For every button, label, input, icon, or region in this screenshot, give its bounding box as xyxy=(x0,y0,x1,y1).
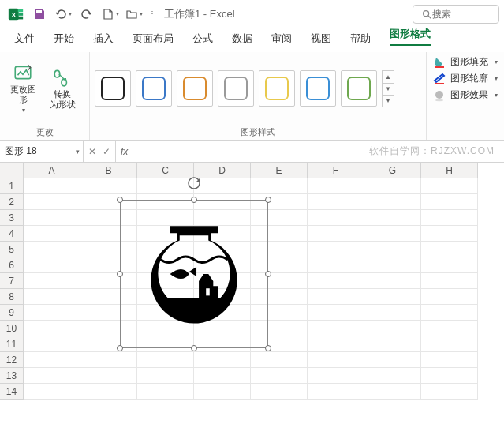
cell[interactable] xyxy=(308,352,364,368)
cell[interactable] xyxy=(80,352,137,368)
spreadsheet-grid[interactable]: A B C D E F G H 1234567891011121314 xyxy=(0,163,504,400)
col-header[interactable]: B xyxy=(80,163,137,178)
cell[interactable] xyxy=(137,178,194,194)
cell[interactable] xyxy=(364,178,421,194)
cell[interactable] xyxy=(308,242,364,257)
name-box-dropdown-icon[interactable]: ▾ xyxy=(76,148,80,156)
cell[interactable] xyxy=(308,289,364,305)
cell[interactable] xyxy=(194,352,251,368)
change-graphic-button[interactable]: 更改图 形 ▾ xyxy=(6,62,39,114)
row-header[interactable]: 10 xyxy=(0,321,24,336)
cell[interactable] xyxy=(251,178,308,194)
new-file-button[interactable]: ▾ xyxy=(99,3,121,25)
resize-handle-b[interactable] xyxy=(191,345,197,351)
cell[interactable] xyxy=(137,368,194,384)
row-header[interactable]: 12 xyxy=(0,352,24,368)
resize-handle-l[interactable] xyxy=(117,271,123,277)
tab-data[interactable]: 数据 xyxy=(222,27,262,52)
style-swatch-2[interactable] xyxy=(177,70,213,107)
style-swatch-6[interactable] xyxy=(341,70,377,107)
cell[interactable] xyxy=(24,257,80,273)
col-header[interactable]: H xyxy=(421,163,478,178)
row-header[interactable]: 7 xyxy=(0,273,24,289)
col-header[interactable]: F xyxy=(308,163,364,178)
cell[interactable] xyxy=(421,336,478,352)
rotate-handle[interactable] xyxy=(187,176,201,190)
tab-layout[interactable]: 页面布局 xyxy=(123,27,183,52)
cell[interactable] xyxy=(308,305,364,321)
cell[interactable] xyxy=(80,384,137,400)
cell[interactable] xyxy=(24,384,80,400)
qat-customize-button[interactable]: ⋮ xyxy=(147,3,158,25)
name-box[interactable]: 图形 18 ▾ xyxy=(0,141,84,162)
cell[interactable] xyxy=(137,384,194,400)
fx-icon[interactable]: fx xyxy=(116,141,133,162)
style-swatch-0[interactable] xyxy=(95,70,131,107)
cell[interactable] xyxy=(364,368,421,384)
cell[interactable] xyxy=(364,242,421,257)
tab-view[interactable]: 视图 xyxy=(301,27,341,52)
cell[interactable] xyxy=(364,321,421,336)
gallery-more-icon[interactable]: ▾ xyxy=(383,95,394,107)
search-input[interactable] xyxy=(432,9,487,20)
col-header[interactable]: D xyxy=(194,163,251,178)
cell[interactable] xyxy=(24,210,80,226)
shape-effects-button[interactable]: 图形效果▾ xyxy=(433,88,498,102)
cell[interactable] xyxy=(308,210,364,226)
cell[interactable] xyxy=(24,242,80,257)
style-swatch-1[interactable] xyxy=(136,70,172,107)
style-swatch-4[interactable] xyxy=(259,70,295,107)
cell[interactable] xyxy=(24,305,80,321)
cell[interactable] xyxy=(251,352,308,368)
cell[interactable] xyxy=(80,178,137,194)
row-header[interactable]: 14 xyxy=(0,384,24,400)
cell[interactable] xyxy=(308,321,364,336)
cell[interactable] xyxy=(24,194,80,210)
cell[interactable] xyxy=(308,257,364,273)
cell[interactable] xyxy=(421,352,478,368)
cell[interactable] xyxy=(421,194,478,210)
cell[interactable] xyxy=(137,352,194,368)
cell[interactable] xyxy=(364,273,421,289)
row-header[interactable]: 11 xyxy=(0,336,24,352)
cell[interactable] xyxy=(364,226,421,242)
cell[interactable] xyxy=(24,352,80,368)
cell[interactable] xyxy=(194,178,251,194)
col-header[interactable]: G xyxy=(364,163,421,178)
cell[interactable] xyxy=(364,289,421,305)
tab-insert[interactable]: 插入 xyxy=(84,27,123,52)
shape-fill-button[interactable]: 图形填充▾ xyxy=(433,55,498,69)
cell[interactable] xyxy=(364,352,421,368)
cell[interactable] xyxy=(251,368,308,384)
cell[interactable] xyxy=(24,336,80,352)
cancel-formula-icon[interactable]: ✕ xyxy=(88,146,96,157)
resize-handle-tl[interactable] xyxy=(117,197,123,203)
cell[interactable] xyxy=(421,321,478,336)
cell[interactable] xyxy=(364,257,421,273)
row-header[interactable]: 2 xyxy=(0,194,24,210)
tab-shape-format[interactable]: 图形格式 xyxy=(380,22,440,52)
resize-handle-t[interactable] xyxy=(191,197,197,203)
accept-formula-icon[interactable]: ✓ xyxy=(103,146,110,157)
cell[interactable] xyxy=(80,368,137,384)
selected-shape[interactable] xyxy=(120,200,268,348)
row-header[interactable]: 8 xyxy=(0,289,24,305)
style-swatch-5[interactable] xyxy=(300,70,336,107)
cell[interactable] xyxy=(421,368,478,384)
cell[interactable] xyxy=(251,384,308,400)
cell[interactable] xyxy=(421,305,478,321)
save-button[interactable] xyxy=(28,3,50,25)
search-box[interactable] xyxy=(413,5,499,24)
cell[interactable] xyxy=(194,368,251,384)
cell[interactable] xyxy=(24,273,80,289)
cell[interactable] xyxy=(421,242,478,257)
resize-handle-bl[interactable] xyxy=(117,345,123,351)
row-header[interactable]: 4 xyxy=(0,226,24,242)
resize-handle-br[interactable] xyxy=(265,345,271,351)
shape-style-gallery[interactable]: ▲ ▼ ▾ xyxy=(90,52,426,125)
formula-input[interactable]: 软件自学网：RJZXW.COM xyxy=(133,141,504,162)
row-header[interactable]: 9 xyxy=(0,305,24,321)
style-swatch-3[interactable] xyxy=(218,70,254,107)
tab-help[interactable]: 帮助 xyxy=(341,27,380,52)
resize-handle-r[interactable] xyxy=(265,271,271,277)
